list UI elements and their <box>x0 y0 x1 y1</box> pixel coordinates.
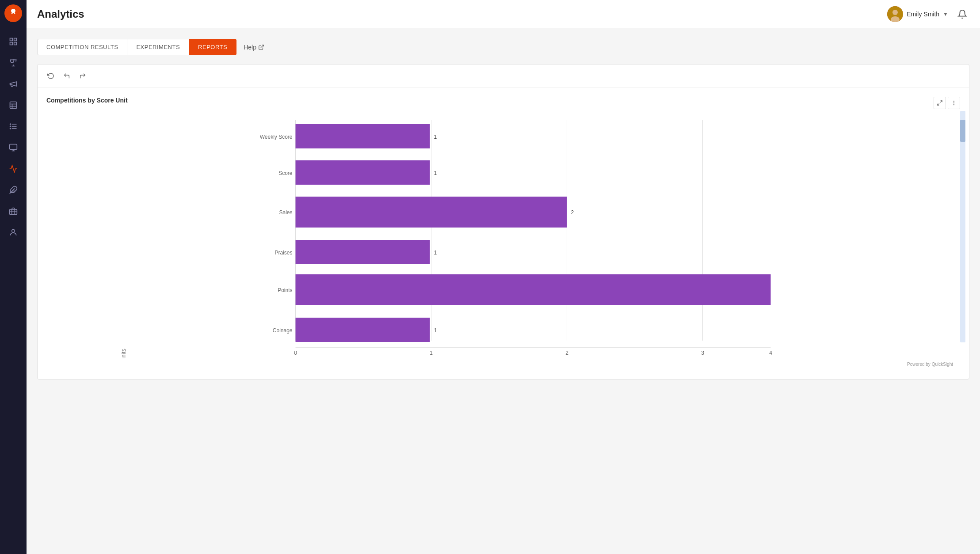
bar-sales <box>296 197 567 228</box>
avatar <box>887 6 903 22</box>
y-axis-label: ScoreUnits <box>120 349 127 358</box>
svg-point-12 <box>10 126 11 127</box>
bar-label-sales: 2 <box>571 209 574 216</box>
redo-icon <box>79 72 86 80</box>
sidebar-item-monitor[interactable] <box>4 139 22 156</box>
help-link[interactable]: Help <box>244 44 264 51</box>
page-title: Analytics <box>37 8 887 20</box>
y-label-praises: Praises <box>275 250 292 256</box>
user-menu[interactable]: Emily Smith ▼ <box>887 6 948 22</box>
redo-button[interactable] <box>76 70 89 82</box>
bar-weekly-score <box>296 124 430 148</box>
y-label-sales: Sales <box>279 209 292 216</box>
undo-icon <box>63 72 70 80</box>
sidebar-item-users[interactable] <box>4 224 22 241</box>
sidebar-item-integrations[interactable] <box>4 181 22 199</box>
bar-chart-svg: ScoreUnits 1 1 <box>51 111 960 358</box>
chart-scrollbar-thumb[interactable] <box>960 120 965 142</box>
svg-line-27 <box>938 103 939 105</box>
sidebar-item-announcements[interactable] <box>4 75 22 93</box>
x-tick-1: 1 <box>430 350 433 356</box>
svg-rect-1 <box>14 38 17 41</box>
bar-chart-wrap: ScoreUnits 1 1 <box>51 111 960 360</box>
tab-competition-results[interactable]: COMPETITION RESULTS <box>37 39 127 55</box>
x-tick-3: 3 <box>701 350 704 356</box>
svg-point-21 <box>12 229 15 232</box>
help-label: Help <box>244 44 256 51</box>
svg-rect-3 <box>14 42 17 45</box>
svg-rect-4 <box>10 102 17 109</box>
svg-rect-14 <box>10 144 17 150</box>
topbar: Analytics Emily Smith ▼ <box>27 0 980 28</box>
tab-reports[interactable]: REPORTS <box>189 39 236 55</box>
svg-point-30 <box>953 105 954 105</box>
chart-container: Competitions by Score Unit <box>38 88 969 379</box>
bar-praises <box>296 240 430 264</box>
svg-point-28 <box>953 101 954 101</box>
sidebar-item-gifts[interactable] <box>4 202 22 220</box>
y-label-points: Points <box>278 287 292 293</box>
reset-icon <box>47 72 54 80</box>
notification-bell[interactable] <box>955 7 969 21</box>
y-label-weekly-score: Weekly Score <box>260 134 293 140</box>
sidebar <box>0 0 27 554</box>
expand-icon <box>937 100 943 106</box>
svg-rect-19 <box>10 209 17 215</box>
chart-panel: Competitions by Score Unit <box>37 64 969 379</box>
bar-coinage <box>296 318 430 342</box>
content-area: COMPETITION RESULTS EXPERIMENTS REPORTS … <box>27 28 980 554</box>
chart-actions <box>934 97 960 109</box>
svg-point-11 <box>10 124 11 125</box>
more-vertical-icon <box>951 100 957 106</box>
y-label-coinage: Coinage <box>273 327 293 334</box>
bar-points <box>296 274 771 305</box>
chart-menu-button[interactable] <box>948 97 960 109</box>
x-tick-2: 2 <box>565 350 568 356</box>
powered-by: Powered by QuickSight <box>46 360 960 370</box>
sidebar-item-analytics[interactable] <box>4 160 22 178</box>
sidebar-logo[interactable] <box>4 4 22 22</box>
expand-button[interactable] <box>934 97 946 109</box>
chevron-down-icon: ▼ <box>943 11 948 17</box>
svg-line-26 <box>940 101 942 102</box>
sidebar-item-list[interactable] <box>4 118 22 135</box>
svg-point-23 <box>892 10 898 15</box>
tab-bar: COMPETITION RESULTS EXPERIMENTS REPORTS … <box>37 39 969 55</box>
svg-point-29 <box>953 102 954 103</box>
svg-rect-2 <box>10 42 13 45</box>
bar-label-weekly-score: 1 <box>434 134 437 140</box>
topbar-right: Emily Smith ▼ <box>887 6 969 22</box>
bar-label-coinage: 1 <box>434 327 437 334</box>
main-content: Analytics Emily Smith ▼ <box>27 0 980 554</box>
external-link-icon <box>258 44 264 50</box>
svg-point-13 <box>10 128 11 129</box>
bar-label-praises: 1 <box>434 250 437 256</box>
sidebar-item-competitions[interactable] <box>4 54 22 72</box>
bar-score <box>296 160 430 185</box>
chart-scrollbar[interactable] <box>960 111 965 342</box>
user-name: Emily Smith <box>907 11 939 18</box>
tab-experiments[interactable]: EXPERIMENTS <box>127 39 189 55</box>
reset-button[interactable] <box>45 70 57 82</box>
sidebar-item-reports-table[interactable] <box>4 96 22 114</box>
undo-button[interactable] <box>61 70 73 82</box>
x-tick-0: 0 <box>294 350 297 356</box>
bar-label-score: 1 <box>434 170 437 176</box>
chart-toolbar <box>38 65 969 88</box>
y-label-score: Score <box>278 170 293 176</box>
svg-rect-0 <box>10 38 13 41</box>
sidebar-item-dashboard[interactable] <box>4 33 22 50</box>
svg-line-25 <box>261 45 263 47</box>
chart-title: Competitions by Score Unit <box>46 97 960 104</box>
x-tick-4: 4 <box>769 350 772 356</box>
